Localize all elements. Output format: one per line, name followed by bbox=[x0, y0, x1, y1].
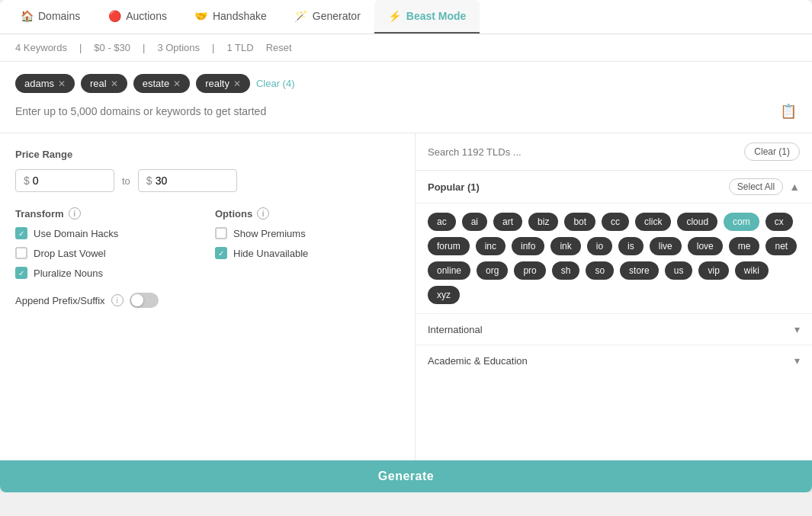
checkbox-show-premiums[interactable]: Show Premiums bbox=[215, 227, 400, 239]
tab-handshake-label: Handshake bbox=[213, 10, 267, 22]
tab-domains[interactable]: 🏠 Domains bbox=[6, 0, 94, 34]
tld-tag-us[interactable]: us bbox=[665, 261, 693, 280]
append-info-icon[interactable]: i bbox=[111, 294, 124, 306]
filter-tld: 1 TLD bbox=[226, 42, 253, 53]
checkbox-domain-hacks[interactable]: Use Domain Hacks bbox=[15, 227, 200, 239]
keyword-tag-estate: estate ✕ bbox=[133, 74, 190, 93]
tld-clear-button[interactable]: Clear (1) bbox=[744, 143, 800, 161]
options-info-icon[interactable]: i bbox=[257, 207, 269, 220]
filter-bar: 4 Keywords | $0 - $30 | 3 Options | 1 TL… bbox=[0, 34, 812, 62]
price-min-currency: $ bbox=[24, 175, 30, 187]
tld-tag-so[interactable]: so bbox=[586, 261, 614, 280]
keyword-tag-real: real ✕ bbox=[81, 74, 127, 93]
tld-tag-ai[interactable]: ai bbox=[462, 213, 487, 231]
tld-popular-section: Popular (1) Select All ▲ acaiartbizbotcc… bbox=[416, 171, 812, 313]
tld-tag-love[interactable]: love bbox=[688, 237, 723, 255]
checkbox-pluralize[interactable]: Pluralize Nouns bbox=[15, 267, 200, 279]
price-min-wrap: $ bbox=[15, 169, 114, 192]
append-label: Append Prefix/Suffix bbox=[15, 295, 105, 306]
tld-tag-cx[interactable]: cx bbox=[765, 213, 793, 231]
transform-info-icon[interactable]: i bbox=[69, 207, 81, 220]
main-content: Price Range $ to $ bbox=[0, 133, 812, 460]
tld-tag-wiki[interactable]: wiki bbox=[735, 261, 769, 280]
checkbox-drop-vowel-label: Drop Last Vowel bbox=[34, 248, 106, 259]
tld-panel-inner: Popular (1) Select All ▲ acaiartbizbotcc… bbox=[416, 171, 812, 460]
tld-tag-me[interactable]: me bbox=[729, 237, 760, 255]
upload-icon[interactable]: 📋 bbox=[780, 103, 797, 120]
popular-collapse-icon[interactable]: ▲ bbox=[789, 181, 800, 193]
tab-handshake[interactable]: 🤝 Handshake bbox=[181, 0, 281, 34]
tld-tag-net[interactable]: net bbox=[765, 237, 797, 255]
select-all-button[interactable]: Select All bbox=[729, 178, 783, 195]
tld-tag-is[interactable]: is bbox=[618, 237, 644, 255]
options-label: Options bbox=[215, 208, 252, 220]
transform-header: Transform i bbox=[15, 207, 200, 220]
filter-price: $0 - $30 bbox=[94, 42, 130, 53]
tld-tag-cloud[interactable]: cloud bbox=[677, 213, 717, 231]
tab-generator[interactable]: 🪄 Generator bbox=[281, 0, 374, 34]
append-toggle[interactable] bbox=[130, 293, 159, 308]
tld-tag-com[interactable]: com bbox=[724, 213, 759, 231]
tld-tag-ink[interactable]: ink bbox=[550, 237, 580, 255]
tld-search-input[interactable] bbox=[428, 146, 744, 158]
options-header: Options i bbox=[215, 207, 400, 220]
checkbox-hide-unavailable-label: Hide Unavailable bbox=[233, 248, 308, 259]
tld-tag-store[interactable]: store bbox=[620, 261, 659, 280]
tld-tag-art[interactable]: art bbox=[493, 213, 522, 231]
filter-keywords: 4 Keywords bbox=[15, 42, 67, 53]
tab-auctions[interactable]: 🔴 Auctions bbox=[94, 0, 181, 34]
domains-icon: 🏠 bbox=[20, 9, 34, 23]
tld-tag-bot[interactable]: bot bbox=[564, 213, 595, 231]
tld-international-title: International bbox=[428, 324, 483, 335]
tld-tag-inc[interactable]: inc bbox=[476, 237, 505, 255]
tab-beast-mode[interactable]: ⚡ Beast Mode bbox=[374, 0, 480, 34]
input-row: 📋 bbox=[15, 102, 797, 120]
tab-beast-mode-label: Beast Mode bbox=[406, 10, 467, 22]
checkbox-hide-unavailable[interactable]: Hide Unavailable bbox=[215, 247, 400, 259]
tld-tag-pro[interactable]: pro bbox=[514, 261, 545, 280]
price-inputs: $ to $ bbox=[15, 169, 400, 192]
remove-real[interactable]: ✕ bbox=[111, 79, 118, 89]
remove-realty[interactable]: ✕ bbox=[233, 79, 241, 89]
tld-tag-io[interactable]: io bbox=[587, 237, 612, 255]
tld-tag-biz[interactable]: biz bbox=[528, 213, 558, 231]
tld-tag-info[interactable]: info bbox=[512, 237, 544, 255]
tld-international-header[interactable]: International ▾ bbox=[416, 314, 812, 345]
keywords-row: adams ✕ real ✕ estate ✕ realty ✕ Clear (… bbox=[15, 74, 797, 93]
left-panel: Price Range $ to $ bbox=[0, 133, 416, 460]
transform-col: Transform i Use Domain Hacks Drop Last V… bbox=[15, 207, 200, 287]
beast-mode-icon: ⚡ bbox=[388, 9, 402, 23]
academic-chevron-icon: ▾ bbox=[794, 354, 800, 367]
price-max-input[interactable] bbox=[156, 175, 217, 187]
tld-tag-org[interactable]: org bbox=[477, 261, 508, 280]
checkbox-hide-unavailable-box bbox=[215, 247, 227, 259]
generator-icon: 🪄 bbox=[294, 9, 308, 23]
tld-tag-online[interactable]: online bbox=[428, 261, 470, 280]
tld-tag-xyz[interactable]: xyz bbox=[428, 286, 460, 304]
remove-estate[interactable]: ✕ bbox=[173, 79, 181, 89]
price-min-input[interactable] bbox=[33, 175, 94, 187]
checkbox-pluralize-box bbox=[15, 267, 27, 279]
checkbox-drop-vowel[interactable]: Drop Last Vowel bbox=[15, 247, 200, 259]
domain-keyword-input[interactable] bbox=[15, 102, 780, 120]
tld-tag-sh[interactable]: sh bbox=[552, 261, 580, 280]
tld-search-bar: Clear (1) bbox=[416, 133, 812, 171]
filter-options: 3 Options bbox=[157, 42, 200, 53]
reset-link[interactable]: Reset bbox=[266, 42, 292, 53]
price-range-section: Price Range $ to $ bbox=[15, 149, 400, 192]
remove-adams[interactable]: ✕ bbox=[58, 79, 66, 89]
tld-tag-click[interactable]: click bbox=[635, 213, 671, 231]
generate-bar[interactable]: Generate bbox=[0, 460, 812, 492]
tld-tag-cc[interactable]: cc bbox=[602, 213, 629, 231]
tld-tag-live[interactable]: live bbox=[650, 237, 682, 255]
options-col: Options i Show Premiums Hide Unavailable bbox=[215, 207, 400, 287]
tld-tag-vip[interactable]: vip bbox=[698, 261, 728, 280]
tld-tag-ac[interactable]: ac bbox=[428, 213, 456, 231]
checkbox-domain-hacks-box bbox=[15, 227, 27, 239]
tab-auctions-label: Auctions bbox=[126, 10, 167, 22]
tld-academic-header[interactable]: Academic & Education ▾ bbox=[416, 345, 812, 376]
right-panel: Clear (1) Popular (1) Select All ▲ aca bbox=[416, 133, 812, 460]
clear-keywords-link[interactable]: Clear (4) bbox=[256, 78, 295, 89]
tld-category-international: International ▾ bbox=[416, 313, 812, 345]
tld-tag-forum[interactable]: forum bbox=[428, 237, 470, 255]
